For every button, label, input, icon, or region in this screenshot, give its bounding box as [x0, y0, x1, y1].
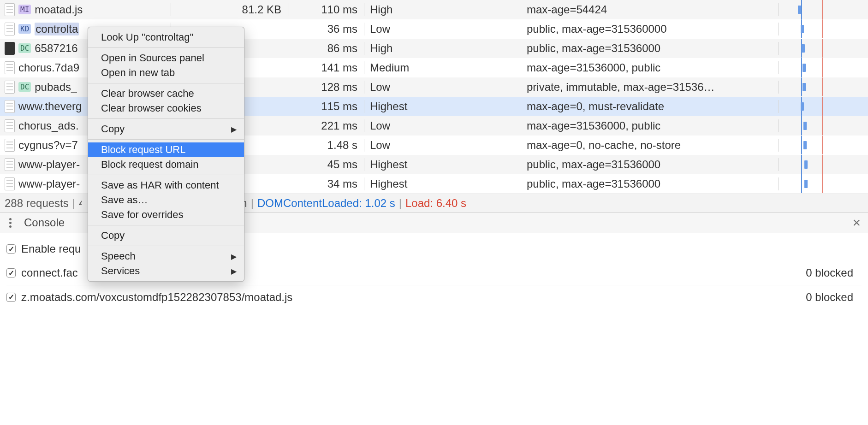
waterfall-cell [779, 155, 868, 174]
script-file-icon [5, 61, 15, 74]
time-cell: 34 ms [289, 177, 364, 190]
chevron-right-icon: ▶ [231, 252, 237, 261]
waterfall-cell [779, 77, 868, 96]
cache-control-cell: max-age=31536000, public [520, 119, 779, 132]
waterfall-bar [802, 44, 805, 53]
script-file-icon [5, 100, 15, 113]
initiator-badge: KD [18, 24, 31, 34]
menu-save-as[interactable]: Save as… [88, 193, 244, 207]
priority-cell: Low [364, 81, 520, 94]
dcl-line [801, 77, 802, 96]
blocked-pattern-row: z.moatads.com/voxcustomdfp152282307853/m… [6, 285, 862, 309]
script-file-icon [5, 81, 15, 94]
cache-control-cell: private, immutable, max-age=31536… [520, 81, 779, 94]
menu-clear-cookies[interactable]: Clear browser cookies [88, 101, 244, 116]
menu-open-new-tab[interactable]: Open in new tab [88, 65, 244, 80]
pattern-enabled-checkbox[interactable] [6, 268, 16, 277]
cache-control-cell: max-age=0, must-revalidate [520, 100, 779, 113]
menu-open-sources[interactable]: Open in Sources panel [88, 51, 244, 65]
load-line [822, 97, 823, 116]
priority-cell: Highest [364, 100, 520, 113]
menu-separator [88, 246, 244, 246]
menu-look-up[interactable]: Look Up "controltag" [88, 30, 244, 45]
menu-separator [88, 118, 244, 119]
cache-control-cell: public, max-age=31536000 [520, 42, 779, 55]
request-name: www-player- [18, 158, 80, 171]
waterfall-cell [779, 0, 868, 19]
menu-speech-submenu[interactable]: Speech ▶ [88, 249, 244, 264]
menu-block-request-url[interactable]: Block request URL [88, 142, 244, 157]
load-line [822, 0, 823, 19]
script-file-icon [5, 3, 15, 16]
enable-blocking-checkbox[interactable] [6, 244, 16, 254]
chevron-right-icon: ▶ [231, 267, 237, 276]
waterfall-bar [798, 6, 801, 14]
waterfall-bar [803, 122, 807, 130]
waterfall-bar [804, 180, 808, 188]
tab-console[interactable]: Console [24, 216, 65, 229]
initiator-badge: DC [18, 43, 31, 53]
load-line [822, 136, 823, 154]
menu-label: Speech [101, 250, 136, 262]
script-file-icon [5, 139, 15, 152]
request-name: chorus_ads. [18, 119, 79, 132]
enable-blocking-label: Enable requ [21, 242, 81, 255]
load-line [822, 174, 823, 193]
time-cell: 36 ms [289, 23, 364, 35]
menu-label: Copy [101, 123, 125, 135]
menu-label: Services [101, 265, 140, 277]
time-cell: 128 ms [289, 81, 364, 94]
request-name: 6587216 [35, 42, 77, 55]
waterfall-bar [803, 141, 807, 149]
image-file-icon [5, 42, 15, 55]
cache-control-cell: public, max-age=31536000 [520, 177, 779, 190]
menu-clear-cache[interactable]: Clear browser cache [88, 86, 244, 101]
request-name: pubads_ [35, 81, 77, 94]
load-line [822, 19, 823, 38]
priority-cell: Low [364, 139, 520, 152]
waterfall-bar [804, 160, 808, 169]
time-cell: 141 ms [289, 61, 364, 74]
load-line [822, 39, 823, 58]
time-cell: 110 ms [289, 3, 364, 16]
load-time: Load: 6.40 s [405, 197, 466, 210]
priority-cell: Highest [364, 177, 520, 190]
menu-separator [88, 225, 244, 225]
load-line [822, 155, 823, 174]
initiator-badge: MI [18, 5, 31, 14]
waterfall-cell [779, 174, 868, 193]
menu-separator [88, 47, 244, 48]
close-icon[interactable]: × [852, 215, 863, 230]
name-cell: MImoatad.js [0, 3, 171, 16]
separator: | [251, 197, 254, 210]
request-name: moatad.js [35, 3, 83, 16]
script-file-icon [5, 158, 15, 171]
cache-control-cell: max-age=0, no-cache, no-store [520, 139, 779, 152]
request-name: controlta [35, 23, 79, 35]
load-line [822, 116, 823, 135]
menu-separator [88, 139, 244, 140]
waterfall-cell [779, 39, 868, 58]
dcl-line [801, 136, 802, 154]
time-cell: 115 ms [289, 100, 364, 113]
menu-copy[interactable]: Copy [88, 228, 244, 243]
load-line [822, 77, 823, 96]
menu-services-submenu[interactable]: Services ▶ [88, 264, 244, 278]
waterfall-bar [801, 25, 804, 33]
menu-save-har[interactable]: Save as HAR with content [88, 178, 244, 193]
time-cell: 221 ms [289, 119, 364, 132]
menu-block-request-domain[interactable]: Block request domain [88, 157, 244, 172]
menu-copy-submenu[interactable]: Copy ▶ [88, 122, 244, 136]
more-tabs-icon[interactable] [5, 218, 16, 228]
menu-save-overrides[interactable]: Save for overrides [88, 207, 244, 222]
time-cell: 1.48 s [289, 139, 364, 152]
dcl-line [801, 155, 802, 174]
pattern-enabled-checkbox[interactable] [6, 293, 16, 302]
status-fragment: 4 [79, 197, 82, 210]
waterfall-cell [779, 58, 868, 77]
request-name: www.theverg [18, 100, 82, 113]
dcl-line [801, 116, 802, 135]
dcl-line [801, 58, 802, 77]
waterfall-cell [779, 136, 868, 154]
table-row[interactable]: MImoatad.js81.2 KB110 msHighmax-age=5442… [0, 0, 868, 19]
